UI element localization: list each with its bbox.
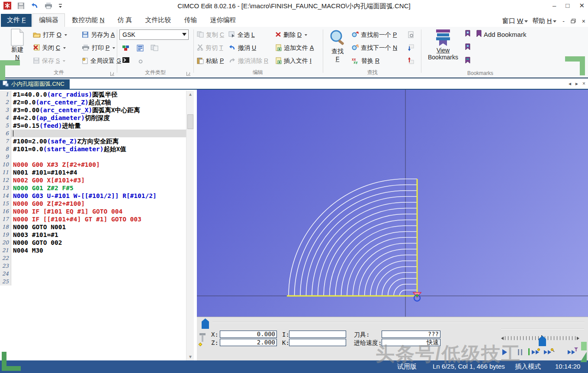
code-line[interactable]: 10N000 G00 X#3 Z[#2+#100] <box>0 161 186 169</box>
code-text[interactable] <box>11 130 186 137</box>
code-text[interactable]: #100=2.00(safe_Z)Z方向安全距离 <box>11 137 186 145</box>
copy-button[interactable]: 复制 C <box>197 30 224 40</box>
code-line[interactable]: 5#5=0.15(feed)进给量 <box>0 122 186 130</box>
filetype-terminal-button[interactable] <box>122 55 130 66</box>
code-text[interactable]: N000 IF [#101 EQ #1] GOTO 004 <box>11 208 186 215</box>
filetype-misc-button[interactable] <box>138 56 143 67</box>
delete-button[interactable]: 删除 D <box>275 30 307 40</box>
code-line[interactable]: 7#100=2.00(safe_Z)Z方向安全距离 <box>0 137 186 145</box>
code-line[interactable]: 1#1=40.0.0(arc_radius)圆弧半径 <box>0 91 186 98</box>
filetype-compare-button[interactable] <box>151 43 158 54</box>
bookmark-star2-button[interactable] <box>464 42 471 53</box>
close-file-button[interactable]: 关闭 C <box>33 43 66 53</box>
tab-mini-programming[interactable]: 迷你编程 <box>204 14 242 27</box>
select-all-button[interactable]: 全选 L <box>228 30 255 40</box>
insert-file-button[interactable]: 插入文件 I <box>275 56 312 66</box>
code-line[interactable]: 20N000 GOTO 002 <box>0 239 186 247</box>
global-settings-button[interactable]: 全局设置 G <box>82 56 121 66</box>
append-file-button[interactable]: 追加文件 A <box>275 43 314 53</box>
code-text[interactable]: N000 G01 Z#2 F#5 <box>11 184 186 192</box>
goto-next-marker-button[interactable] <box>408 43 414 53</box>
paste-button[interactable]: 粘贴 P <box>197 56 224 66</box>
code-text[interactable]: N000 GOTO 002 <box>11 239 186 247</box>
document-tab-active[interactable]: T 小内孔端面圆弧.CNC <box>0 79 70 89</box>
new-file-button[interactable]: 新建N <box>6 29 29 61</box>
find-options-button[interactable] <box>408 30 414 40</box>
filetype-colors-button[interactable] <box>122 43 130 54</box>
file-type-combobox[interactable]: GSK <box>119 29 189 40</box>
open-button[interactable]: 打开 O <box>33 30 67 40</box>
filetype-codes-button[interactable] <box>137 43 144 54</box>
code-line[interactable]: 2#2=0.0(arc_center_Z)起点Z轴 <box>0 98 186 106</box>
code-line[interactable]: 21N004 M30 <box>0 247 186 254</box>
tab-transfer[interactable]: 传输 <box>178 14 203 27</box>
code-text[interactable]: N002 G00 X[#101+#3] <box>11 176 186 184</box>
progress-track[interactable] <box>212 322 585 323</box>
speed-track[interactable] <box>501 328 584 329</box>
code-line[interactable]: 14N000 G03 U-#101 W-[[#101/2]] R[#101/2] <box>0 192 186 200</box>
code-text[interactable] <box>11 254 186 262</box>
undo-button[interactable]: 撤消 U <box>228 43 256 53</box>
code-line[interactable]: 22 <box>0 254 186 262</box>
cut-button[interactable]: 剪切 T <box>197 43 223 53</box>
code-text[interactable]: #5=0.15(feed)进给量 <box>11 122 186 130</box>
tab-file-compare[interactable]: 文件比较 <box>139 14 177 27</box>
tab-editor[interactable]: 编辑器 <box>32 13 65 27</box>
scroll-down-icon[interactable]: ▼ <box>186 353 194 360</box>
minimize-button[interactable]: – <box>553 2 556 10</box>
mdi-minimize-button[interactable]: - <box>562 18 565 25</box>
code-text[interactable]: #2=0.0(arc_center_Z)起点Z轴 <box>11 98 186 106</box>
code-text[interactable] <box>11 153 186 161</box>
scrollbar-thumb[interactable] <box>187 114 193 129</box>
run-to-end-button[interactable] <box>568 350 575 354</box>
play-button[interactable] <box>502 349 507 355</box>
tab-nc-functions[interactable]: 数控功能 N <box>66 14 110 27</box>
backplot-pane[interactable] <box>197 90 588 317</box>
close-button[interactable]: ✕ <box>579 2 585 10</box>
code-line[interactable]: 9 <box>0 153 186 161</box>
run-to-find-button[interactable] <box>544 350 551 354</box>
tab-close-button[interactable]: × <box>582 81 585 87</box>
save-button[interactable]: 保存 S <box>33 56 65 66</box>
dialog-launcher-icon[interactable] <box>110 72 114 76</box>
bookmark-star-button[interactable] <box>464 29 471 39</box>
code-text[interactable]: N000 GOTO N001 <box>11 223 186 231</box>
maximize-button[interactable]: □ <box>566 2 569 10</box>
help-menu[interactable]: 帮助 H <box>532 17 556 25</box>
code-line[interactable]: 6 <box>0 130 186 137</box>
code-line[interactable]: 23 <box>0 262 186 270</box>
code-text[interactable]: N000 IF [[#101+#4] GT #1] GOTO 003 <box>11 215 186 223</box>
code-text[interactable]: N000 G03 U-#101 W-[[#101/2]] R[#101/2] <box>11 192 186 200</box>
code-line[interactable]: 25 <box>0 278 186 285</box>
code-line[interactable]: 16N000 IF [#101 EQ #1] GOTO 004 <box>0 208 186 215</box>
code-text[interactable]: N004 M30 <box>11 247 186 254</box>
add-bookmark-button[interactable]: Add Bookmark <box>476 29 526 39</box>
tab-scroll-right-button[interactable]: ▸ <box>575 81 578 87</box>
tab-scroll-left-button[interactable]: ◂ <box>569 81 571 87</box>
code-text[interactable]: N000 G00 Z[#2+#100] <box>11 200 186 208</box>
code-line[interactable]: 8#101=0.0(start_diameter)起始X值 <box>0 145 186 153</box>
code-text[interactable]: N003 #101=#1 <box>11 231 186 239</box>
code-text[interactable] <box>11 262 186 270</box>
code-line[interactable]: 18N000 GOTO N001 <box>0 223 186 231</box>
code-line[interactable]: 13N000 G01 Z#2 F#5 <box>0 184 186 192</box>
code-line[interactable]: 3#3=0.00(arc_center_X)圆弧离X中心距离 <box>0 106 186 114</box>
code-text[interactable]: #101=0.0(start_diameter)起始X值 <box>11 145 186 153</box>
step-forward-button[interactable] <box>532 350 539 354</box>
tab-simulation[interactable]: 仿 真 <box>111 14 138 27</box>
code-line[interactable]: 11N001 #101=#101+#4 <box>0 169 186 176</box>
find-next-button[interactable]: 查找下一个 N <box>351 43 397 53</box>
goto-prev-marker-button[interactable] <box>408 56 414 66</box>
replace-button[interactable]: xxxy 替换 R <box>351 56 379 66</box>
mdi-restore-button[interactable] <box>571 18 576 25</box>
pause-button[interactable] <box>518 349 522 355</box>
tab-file[interactable]: 文件 F <box>1 14 32 27</box>
code-line[interactable]: 4#4=2.0(ap_diameter)切削深度 <box>0 114 186 122</box>
code-line[interactable]: 17N000 IF [[#101+#4] GT #1] GOTO 003 <box>0 215 186 223</box>
scroll-up-icon[interactable]: ▲ <box>186 91 194 98</box>
mdi-close-button[interactable]: × <box>582 18 585 25</box>
find-button[interactable]: 查找F <box>327 29 348 62</box>
view-bookmarks-button[interactable]: View Bookmarks <box>426 29 460 61</box>
slider-right-icon[interactable] <box>577 337 579 340</box>
code-text[interactable]: N001 #101=#101+#4 <box>11 169 186 176</box>
